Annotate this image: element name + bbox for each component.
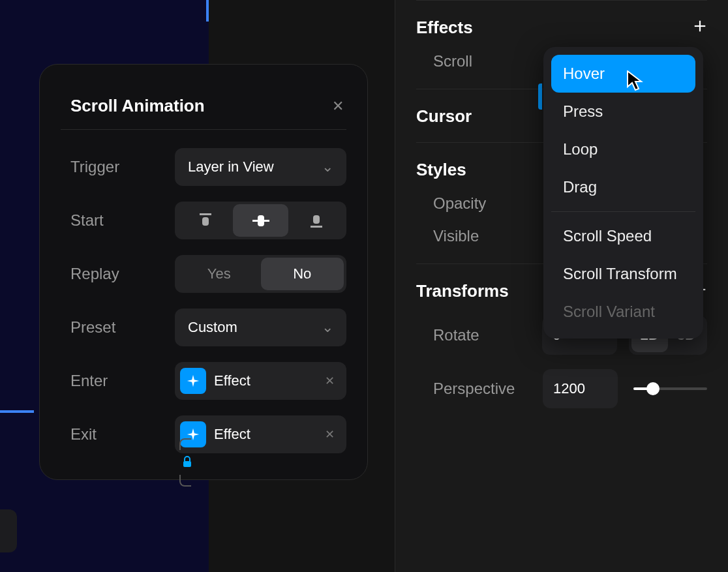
panel-header: Scroll Animation ✕: [61, 85, 346, 130]
effects-dropdown: Hover Press Loop Drag Scroll Speed Scrol…: [543, 47, 703, 339]
dropdown-item-press[interactable]: Press: [551, 93, 695, 130]
chevron-down-icon: ⌄: [322, 158, 333, 175]
preset-select[interactable]: Custom ⌄: [175, 309, 346, 346]
remove-icon[interactable]: ✕: [325, 427, 335, 442]
cursor-title: Cursor: [416, 106, 472, 127]
start-row: Start: [61, 202, 346, 239]
link-bracket-bottom: [179, 475, 191, 487]
dropdown-item-hover[interactable]: Hover: [551, 55, 695, 93]
lock-icon[interactable]: [182, 456, 192, 471]
exit-row: Exit Effect ✕: [61, 415, 346, 453]
trigger-label: Trigger: [70, 158, 175, 176]
properties-sidebar: Effects Scroll Cursor Styles Opacity Vis…: [395, 0, 728, 572]
replay-label: Replay: [70, 265, 175, 283]
preset-value: Custom: [188, 319, 237, 336]
svg-rect-0: [183, 461, 191, 467]
trigger-value: Layer in View: [188, 158, 274, 175]
visible-label: Visible: [433, 227, 544, 245]
dropdown-divider: [551, 211, 695, 212]
styles-title: Styles: [416, 160, 466, 180]
slider-thumb[interactable]: [646, 382, 660, 395]
replay-yes[interactable]: Yes: [177, 258, 261, 290]
perspective-input[interactable]: 1200: [543, 369, 618, 408]
rotate-label: Rotate: [433, 326, 542, 344]
start-option-bottom[interactable]: [288, 204, 344, 237]
enter-row: Enter Effect ✕: [61, 362, 346, 400]
start-option-top[interactable]: [177, 204, 233, 237]
perspective-row: Perspective 1200: [416, 369, 707, 408]
perspective-label: Perspective: [433, 380, 543, 398]
start-segmented: [175, 202, 346, 239]
perspective-slider[interactable]: [633, 387, 707, 390]
close-icon[interactable]: ✕: [329, 98, 346, 115]
align-bottom-icon: [311, 213, 322, 228]
effect-chip-edge: [538, 83, 542, 110]
remove-icon[interactable]: ✕: [325, 374, 335, 388]
effects-header: Effects: [416, 18, 707, 38]
align-top-icon: [200, 213, 211, 228]
replay-row: Replay Yes No: [61, 255, 346, 293]
link-bracket-top: [179, 438, 191, 450]
dropdown-item-scroll-speed[interactable]: Scroll Speed: [551, 217, 695, 255]
trigger-select[interactable]: Layer in View ⌄: [175, 148, 346, 186]
enter-label: Enter: [70, 372, 175, 390]
align-center-icon: [255, 213, 267, 228]
scroll-effect-label: Scroll: [433, 52, 544, 70]
preset-row: Preset Custom ⌄: [61, 309, 346, 346]
add-effect-button[interactable]: [693, 18, 707, 38]
effects-title: Effects: [416, 18, 473, 38]
dropdown-item-loop[interactable]: Loop: [551, 130, 695, 168]
trigger-row: Trigger Layer in View ⌄: [61, 148, 346, 186]
opacity-label: Opacity: [433, 194, 544, 213]
enter-effect-chip[interactable]: Effect ✕: [175, 362, 346, 400]
selection-edge-horizontal: [0, 410, 34, 413]
exit-effect-label: Effect: [214, 426, 317, 443]
transforms-title: Transforms: [416, 281, 509, 301]
enter-effect-label: Effect: [214, 372, 317, 389]
scroll-animation-panel: Scroll Animation ✕ Trigger Layer in View…: [39, 64, 368, 480]
replay-no[interactable]: No: [261, 258, 344, 290]
panel-title: Scroll Animation: [70, 96, 205, 116]
sparkle-icon: [180, 368, 206, 394]
start-label: Start: [70, 211, 175, 230]
start-option-center[interactable]: [233, 204, 288, 237]
dropdown-item-drag[interactable]: Drag: [551, 168, 695, 206]
dropdown-item-scroll-transform[interactable]: Scroll Transform: [551, 255, 695, 293]
dropdown-item-scroll-variant[interactable]: Scroll Variant: [551, 293, 695, 331]
exit-label: Exit: [70, 425, 175, 444]
exit-effect-chip[interactable]: Effect ✕: [175, 415, 346, 453]
preset-label: Preset: [70, 318, 175, 337]
canvas-sidebar-peek: [0, 509, 17, 552]
chevron-down-icon: ⌄: [322, 319, 333, 336]
replay-segmented: Yes No: [175, 255, 346, 293]
